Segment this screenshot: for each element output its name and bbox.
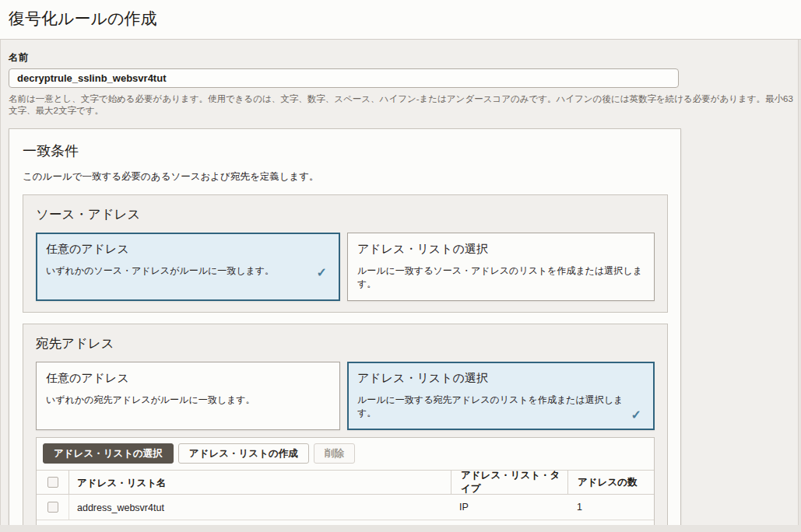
select-all-checkbox[interactable] xyxy=(47,477,58,488)
row-checkbox[interactable] xyxy=(47,502,58,513)
address-list-type: IP xyxy=(459,502,469,513)
source-address-title: ソース・アドレス xyxy=(36,206,667,223)
column-header-name: アドレス・リスト名 xyxy=(77,478,167,488)
source-address-section: ソース・アドレス 任意のアドレス いずれかのソース・アドレスがルールに一致します… xyxy=(23,194,668,313)
check-icon: ✓ xyxy=(317,268,330,278)
create-decryption-rule-form: 名前 名前は一意とし、文字で始める必要があります。使用できるのは、文字、数字、ス… xyxy=(0,40,799,525)
column-header-type: アドレス・リスト・タイプ xyxy=(461,469,568,495)
match-criteria-description: このルールで一致する必要のあるソースおよび宛先を定義します。 xyxy=(23,170,680,184)
address-list-table-box: アドレス・リストの選択 アドレス・リストの作成 削除 アドレス・リスト名 アドレ… xyxy=(36,437,655,525)
create-address-list-button[interactable]: アドレス・リストの作成 xyxy=(178,443,309,464)
check-icon: ✓ xyxy=(631,411,645,420)
source-any-address-card[interactable]: 任意のアドレス いずれかのソース・アドレスがルールに一致します。 ✓ xyxy=(36,233,340,301)
table-row[interactable]: address_websvr4tut IP 1 xyxy=(37,495,654,520)
page-header: 復号化ルールの作成 xyxy=(0,0,801,40)
name-field-label: 名前 xyxy=(9,51,798,65)
column-header-count: アドレスの数 xyxy=(578,476,637,489)
destination-address-section: 宛先アドレス 任意のアドレス いずれかの宛先アドレスがルールに一致します。 アド… xyxy=(23,324,668,525)
address-list-name: address_websvr4tut xyxy=(77,502,164,513)
destination-address-options: 任意のアドレス いずれかの宛先アドレスがルールに一致します。 アドレス・リストの… xyxy=(36,362,655,430)
name-input[interactable] xyxy=(9,68,679,88)
table-footer: 0を選択済 1アイテムを表示中 xyxy=(37,520,654,525)
table-header-row: アドレス・リスト名 アドレス・リスト・タイプ アドレスの数 xyxy=(37,470,654,495)
page-title: 復号化ルールの作成 xyxy=(9,8,801,30)
destination-any-address-card[interactable]: 任意のアドレス いずれかの宛先アドレスがルールに一致します。 xyxy=(36,362,340,430)
delete-button[interactable]: 削除 xyxy=(314,443,355,464)
destination-select-address-list-card[interactable]: アドレス・リストの選択 ルールに一致する宛先アドレスのリストを作成または選択しま… xyxy=(347,362,655,430)
name-helper-text: 名前は一意とし、文字で始める必要があります。使用できるのは、文字、数字、スペース… xyxy=(9,93,798,117)
destination-address-title: 宛先アドレス xyxy=(36,335,667,352)
address-count: 1 xyxy=(577,502,582,513)
address-list-toolbar: アドレス・リストの選択 アドレス・リストの作成 削除 xyxy=(37,438,654,470)
match-criteria-panel: 一致条件 このルールで一致する必要のあるソースおよび宛先を定義します。 ソース・… xyxy=(9,128,681,525)
source-address-options: 任意のアドレス いずれかのソース・アドレスがルールに一致します。 ✓ アドレス・… xyxy=(36,233,655,301)
source-select-address-list-card[interactable]: アドレス・リストの選択 ルールに一致するソース・アドレスのリストを作成または選択… xyxy=(347,233,655,301)
match-criteria-title: 一致条件 xyxy=(23,142,680,160)
select-address-list-button[interactable]: アドレス・リストの選択 xyxy=(43,443,174,464)
